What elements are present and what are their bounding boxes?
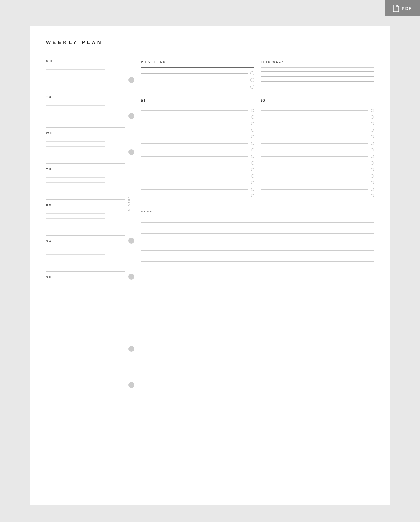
- memo-line-4: [141, 239, 374, 239]
- dot-3: [128, 149, 134, 155]
- day-block-tu: TU: [46, 91, 125, 127]
- s01-row-3: [141, 122, 254, 125]
- memo-line-3: [141, 233, 374, 234]
- s02-row-10: [261, 168, 374, 171]
- s01-row-14: [141, 194, 254, 197]
- priority-circle-2: [250, 78, 254, 82]
- s01-row-7: [141, 148, 254, 151]
- memo-line-5: [141, 245, 374, 245]
- memo-line-6: [141, 250, 374, 251]
- day-block-mo: MO: [46, 55, 125, 91]
- memo-section: MEMO: [141, 210, 374, 262]
- s02-row-2: [261, 115, 374, 119]
- s02-row-13: [261, 188, 374, 191]
- memo-label: MEMO: [141, 210, 374, 213]
- priorities-label: PRIORITIES: [141, 60, 254, 63]
- section-01: 01: [141, 99, 254, 201]
- memo-line-7: [141, 256, 374, 256]
- section-02-label: 02: [261, 99, 374, 103]
- s02-row-14: [261, 194, 374, 197]
- right-section: PRIORITIES: [138, 55, 374, 308]
- memo-line-2: [141, 228, 374, 228]
- s02-row-7: [261, 148, 374, 151]
- blotus-label: BLOTUS: [128, 196, 130, 211]
- section-02: 02: [261, 99, 374, 201]
- day-label-mo: MO: [46, 59, 125, 63]
- day-label-tu: TU: [46, 95, 125, 99]
- dot-2: [128, 113, 134, 119]
- dot-1: [128, 77, 134, 83]
- planner-card: WEEKLY PLAN MO TU WE: [30, 26, 390, 505]
- s01-row-13: [141, 188, 254, 191]
- dot-5: [128, 274, 134, 280]
- day-label-fr: FR: [46, 204, 125, 207]
- this-week-line-2: [261, 76, 374, 77]
- day-block-su: SU: [46, 271, 125, 308]
- day-label-th: TH: [46, 168, 125, 171]
- s02-row-12: [261, 181, 374, 184]
- this-week-line-1: [261, 71, 374, 72]
- s01-row-2: [141, 115, 254, 119]
- day-block-we: WE: [46, 127, 125, 163]
- day-block-sa: SA: [46, 235, 125, 271]
- day-label-su: SU: [46, 276, 125, 279]
- middle-dots: BLOTUS: [125, 55, 138, 308]
- s01-row-1: [141, 109, 254, 112]
- s01-row-10: [141, 168, 254, 171]
- dot-7: [128, 382, 134, 388]
- s01-row-8: [141, 155, 254, 158]
- s01-row-11: [141, 174, 254, 178]
- memo-line-8: [141, 261, 374, 262]
- day-label-we: WE: [46, 131, 125, 135]
- s01-row-5: [141, 135, 254, 138]
- pdf-button[interactable]: PDF: [385, 0, 420, 16]
- s01-row-12: [141, 181, 254, 184]
- priority-row-2: [141, 78, 254, 82]
- memo-line-1: [141, 222, 374, 223]
- day-label-sa: SA: [46, 240, 125, 243]
- s02-row-6: [261, 142, 374, 145]
- s01-row-9: [141, 161, 254, 165]
- s02-row-4: [261, 129, 374, 132]
- planner-title: WEEKLY PLAN: [46, 39, 374, 45]
- s02-row-5: [261, 135, 374, 138]
- memo-header-line: [141, 217, 374, 217]
- s01-row-4: [141, 129, 254, 132]
- s01-row-6: [141, 142, 254, 145]
- s02-row-3: [261, 122, 374, 125]
- this-week-label: THIS WEEK: [261, 60, 374, 63]
- dot-6: [128, 346, 134, 352]
- dot-4: [128, 238, 134, 244]
- s02-row-11: [261, 174, 374, 178]
- day-block-th: TH: [46, 163, 125, 199]
- priority-row-3: [141, 85, 254, 89]
- days-column: MO TU WE TH: [46, 55, 125, 308]
- day-block-fr: FR: [46, 199, 125, 235]
- priority-circle-3: [250, 85, 254, 89]
- priority-circle-1: [250, 71, 254, 75]
- s02-row-1: [261, 109, 374, 112]
- s02-row-8: [261, 155, 374, 158]
- pdf-icon: [393, 5, 399, 12]
- s02-row-9: [261, 161, 374, 165]
- pdf-label: PDF: [402, 6, 412, 11]
- priority-row-1: [141, 71, 254, 75]
- this-week-line-3: [261, 81, 374, 82]
- section-01-label: 01: [141, 99, 254, 103]
